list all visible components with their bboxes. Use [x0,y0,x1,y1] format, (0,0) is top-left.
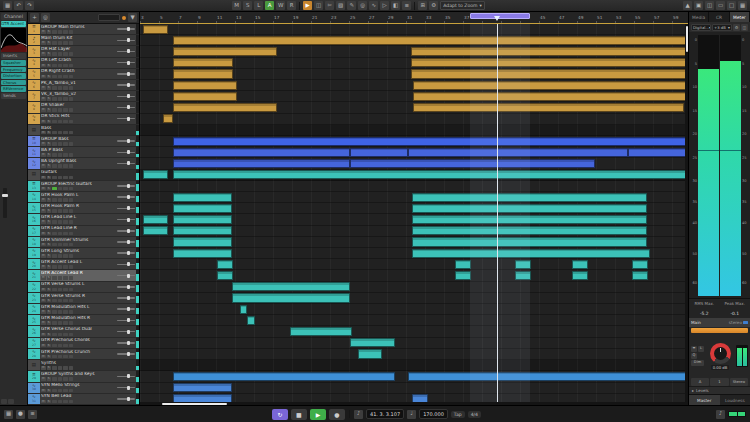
track-mini-button[interactable] [58,288,63,292]
track-mini-button[interactable] [69,389,74,393]
glue-tool[interactable]: ▨ [336,1,345,10]
track-row-group-bass[interactable]: ≡10GROUP BassMS [28,136,139,147]
settings-gear-icon[interactable]: ⚙ [429,1,438,10]
track-row-gtr-prechorus-crunch[interactable]: ∿28GTR Prechorus CrunchMS [28,349,139,360]
solo-button[interactable]: S [47,254,52,258]
mute-button[interactable]: M [41,97,46,101]
track-mini-button[interactable] [69,64,74,68]
track-row-gtr-modulation-hits-r[interactable]: ∿25GTR Modulation Hits RMS [28,315,139,326]
volume-slider[interactable] [116,58,136,68]
track-mini-button[interactable] [52,265,57,269]
track-mini-button[interactable] [58,108,63,112]
volume-slider[interactable] [116,248,136,258]
playhead-marker[interactable] [494,16,500,21]
track-mini-button[interactable] [52,86,57,90]
comp-tool[interactable]: ∿ [369,1,378,10]
track-mini-button[interactable] [58,187,63,191]
control-room-main-header[interactable]: Main stereo [689,318,750,327]
clip-gtr-accent-lead-l[interactable] [455,260,471,269]
clip-dr-right-crash[interactable] [411,69,686,78]
track-visibility-box[interactable] [98,14,120,21]
track-mini-button[interactable] [58,198,63,202]
track-mini-button[interactable] [63,265,68,269]
mute-button[interactable]: M [41,321,46,325]
solo-button[interactable]: S [47,187,52,191]
right-zone-icon[interactable]: ▦ [738,1,747,10]
track-mini-button[interactable] [63,288,68,292]
solo-button[interactable]: S [47,276,52,280]
track-mini-button[interactable] [52,131,57,135]
mute-all-button[interactable]: M [232,1,241,10]
clip-gtr-lead-line-r[interactable] [143,226,168,235]
vertical-scrollbar[interactable] [685,24,688,405]
track-mini-button[interactable] [63,187,68,191]
track-row-dr-hat-layer[interactable]: ∿3DR Hat LayerMS [28,46,139,57]
track-mini-button[interactable] [58,355,63,359]
channel-fader[interactable] [3,188,7,218]
track-mini-button[interactable] [52,153,57,157]
solo-button[interactable]: S [47,377,52,381]
track-mini-button[interactable] [52,254,57,258]
solo-button[interactable]: S [47,142,52,146]
track-mini-button[interactable] [63,108,68,112]
track-mini-button[interactable] [58,52,63,56]
track-row-vk-3-tambo-v2[interactable]: ∿7VK_3_Tambo_v2MS [28,91,139,102]
split-tool[interactable]: ✂ [325,1,334,10]
solo-button[interactable]: S [47,265,52,269]
mute-button[interactable]: M [41,153,46,157]
tab-meter[interactable]: Meter [730,12,750,22]
track-mini-button[interactable] [58,344,63,348]
solo-button[interactable]: S [47,97,52,101]
track-mini-button[interactable] [69,97,74,101]
track-mini-button[interactable] [69,276,74,280]
track-mini-button[interactable] [52,41,57,45]
track-mini-button[interactable] [63,333,68,337]
mute-button[interactable]: M [41,220,46,224]
track-mini-button[interactable] [58,389,63,393]
track-mini-button[interactable] [69,52,74,56]
solo-button[interactable]: S [47,52,52,56]
main-level-knob[interactable] [710,343,731,364]
track-mini-button[interactable] [52,120,57,124]
mute-button[interactable]: M [41,389,46,393]
track-row-gtr-prechorus-chords[interactable]: ∿27GTR Prechorus ChordsMS [28,338,139,349]
mute-button[interactable]: M [41,243,46,247]
output-speaker-icon[interactable]: ♪ [716,410,725,419]
lower-zone-icon[interactable]: ▭ [716,1,725,10]
volume-slider[interactable] [116,214,136,224]
track-mini-button[interactable] [58,265,63,269]
track-mini-button[interactable] [69,321,74,325]
edit-channel-button[interactable] [1,399,7,404]
channel-eq-curve[interactable] [1,28,26,52]
clip-dr-left-crash[interactable] [411,58,686,67]
tab-loudness[interactable]: Loudness [720,395,750,405]
track-mini-button[interactable] [58,176,63,180]
clip-dr-shaker[interactable] [173,103,277,112]
track-mini-button[interactable] [63,344,68,348]
clip-gtr-accent-lead-l[interactable] [632,260,648,269]
mute-button[interactable]: M [41,52,46,56]
mute-button[interactable]: M [41,75,46,79]
solo-button[interactable]: S [47,30,52,34]
track-mini-button[interactable] [52,64,57,68]
track-mini-button[interactable] [69,41,74,45]
track-mini-button[interactable] [58,276,63,280]
clip-ba-p-bass[interactable] [350,148,408,157]
mute-button[interactable]: M [41,299,46,303]
clip-ba-p-bass[interactable] [628,148,686,157]
track-mini-button[interactable] [52,52,57,56]
clip-gtr-prechorus-chords[interactable] [350,338,395,347]
line-tool[interactable]: ≡ [402,1,411,10]
mute-button[interactable]: M [41,232,46,236]
solo-button[interactable]: S [47,299,52,303]
redo-icon[interactable]: ↷ [25,1,34,10]
track-mini-button[interactable] [63,209,68,213]
track-mini-button[interactable] [69,176,74,180]
sends-section-header[interactable]: Sends [1,93,26,99]
color-tool[interactable]: ◧ [391,1,400,10]
track-mini-button[interactable] [58,142,63,146]
track-row-main-drum-kit[interactable]: ♪2Main Drum KitMS [28,35,139,46]
track-mini-button[interactable] [52,310,57,314]
solo-button[interactable]: S [47,153,52,157]
add-track-button[interactable]: + [30,13,39,22]
